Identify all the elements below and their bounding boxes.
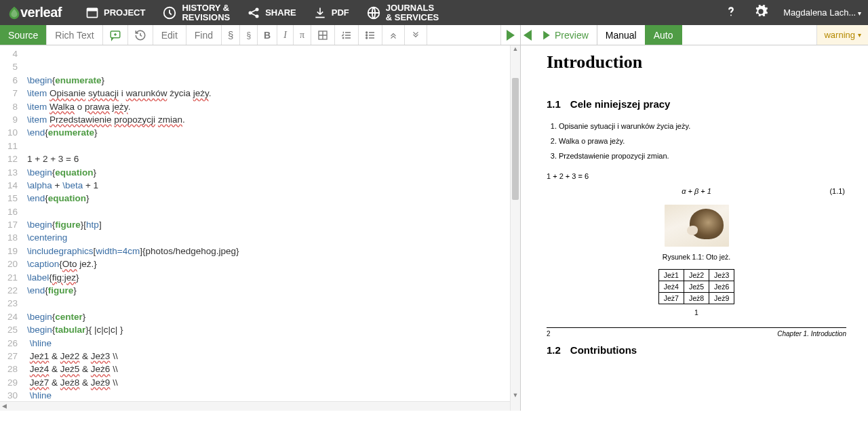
italic-button[interactable]: I (277, 25, 294, 45)
menu-project[interactable]: PROJECT (85, 6, 145, 20)
editor-toolbar: Source Rich Text Edit Find § § B I π (0, 25, 520, 45)
math-button[interactable]: π (294, 25, 311, 45)
chapter-title: Introduction (547, 52, 846, 73)
history-button[interactable] (128, 25, 153, 45)
manual-button[interactable]: Manual (597, 25, 646, 45)
help-icon[interactable] (724, 4, 738, 22)
horizontal-scrollbar[interactable]: ◀▶ (0, 401, 520, 411)
richtext-tab[interactable]: Rich Text (47, 25, 102, 45)
figure: Rysunek 1.1: Oto jeż. (547, 205, 846, 261)
collapse-up-button[interactable] (382, 25, 405, 45)
warning-badge[interactable]: warning (816, 25, 868, 45)
pdf-preview[interactable]: Introduction 1.1Cele niniejszej pracy Op… (521, 45, 868, 411)
top-bar: verleaf PROJECT HISTORY & REVISIONS SHAR… (0, 0, 868, 25)
menu-journals[interactable]: JOURNALS & SERVICES (366, 3, 439, 22)
user-menu[interactable]: Magdalena Lach... (783, 7, 861, 18)
section-button[interactable]: § (222, 25, 240, 45)
menu-pdf-label: PDF (332, 8, 349, 18)
top-right: Magdalena Lach... (724, 4, 861, 22)
top-menu: PROJECT HISTORY & REVISIONS SHARE PDF JO… (85, 3, 724, 22)
section-1-2: 1.2Contributions (547, 344, 846, 356)
bold-button[interactable]: B (258, 25, 277, 45)
preview-toolbar: Preview Manual Auto warning (521, 25, 868, 45)
menu-history[interactable]: HISTORY & REVISIONS (162, 3, 230, 22)
preview-label: Preview (555, 30, 589, 41)
inline-math: 1 + 2 + 3 = 6 (547, 172, 846, 180)
logo[interactable]: verleaf (7, 5, 62, 20)
menu-share[interactable]: SHARE (247, 6, 296, 20)
menu-pdf[interactable]: PDF (313, 6, 349, 20)
share-icon (247, 6, 260, 20)
menu-share-label: SHARE (265, 8, 296, 18)
main-split: Source Rich Text Edit Find § § B I π 456… (0, 25, 868, 411)
globe-icon (366, 5, 381, 20)
line-gutter: 4567891011121314151617181920212223242526… (0, 45, 22, 401)
hedgehog-image (665, 205, 729, 247)
numbered-list-button[interactable] (335, 25, 359, 45)
scroll-thumb[interactable] (512, 78, 519, 200)
editor-pane: Source Rich Text Edit Find § § B I π 456… (0, 25, 521, 411)
subsection-button[interactable]: § (240, 25, 258, 45)
code-editor[interactable]: 4567891011121314151617181920212223242526… (0, 45, 520, 401)
add-comment-button[interactable] (103, 25, 128, 45)
menu-project-label: PROJECT (104, 8, 145, 18)
svg-rect-1 (87, 8, 98, 11)
expand-down-button[interactable] (405, 25, 427, 45)
section-1-1: 1.1Cele niniejszej pracy (547, 98, 846, 110)
logo-text: verleaf (20, 5, 62, 20)
vertical-scrollbar[interactable]: ▲▼ (510, 45, 520, 411)
menu-history-label: HISTORY & REVISIONS (182, 3, 230, 22)
preview-button[interactable]: Preview (534, 25, 597, 45)
expand-preview-button[interactable] (521, 25, 534, 45)
svg-point-10 (366, 32, 368, 33)
source-tab[interactable]: Source (0, 25, 47, 45)
enumerate-list: Opisanie sytuacji i warunków życia jeży.… (559, 122, 846, 160)
collapse-editor-button[interactable] (501, 25, 520, 45)
svg-point-12 (366, 37, 368, 39)
table-button[interactable] (311, 25, 335, 45)
svg-point-11 (366, 35, 368, 36)
menu-journals-label: JOURNALS & SERVICES (386, 3, 439, 22)
find-menu[interactable]: Find (186, 25, 222, 45)
history-icon (162, 5, 177, 20)
equation: α + β + 1(1.1) (547, 187, 846, 195)
gear-icon[interactable] (753, 4, 768, 22)
svg-point-7 (730, 14, 732, 16)
page-footer: 2 Chapter 1. Introduction (547, 327, 846, 344)
table: Jeż1Jeż2Jeż3Jeż4Jeż5Jeż6Jeż7Jeż8Jeż9 (658, 269, 735, 304)
preview-pane: Preview Manual Auto warning Introduction… (521, 25, 868, 411)
bullet-list-button[interactable] (359, 25, 382, 45)
page-number: 1 (547, 308, 846, 316)
project-icon (85, 6, 99, 20)
pdf-icon (313, 6, 327, 20)
figure-caption: Rysunek 1.1: Oto jeż. (547, 253, 846, 261)
edit-menu[interactable]: Edit (153, 25, 186, 45)
code-area[interactable]: \begin{enumerate}\item Opisanie sytuacji… (22, 45, 520, 401)
auto-button[interactable]: Auto (645, 25, 682, 45)
